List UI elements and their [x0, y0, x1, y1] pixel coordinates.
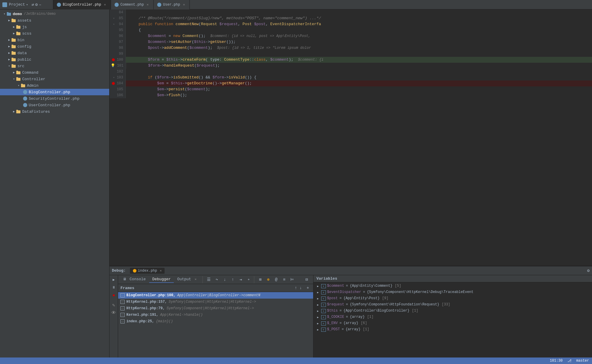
debug-icon-cursor[interactable]: ⌖	[245, 276, 252, 283]
folder-src-icon	[11, 64, 16, 68]
debug-play-btn[interactable]: ▶	[110, 276, 117, 283]
breakpoint-104[interactable]	[112, 82, 115, 85]
debug-icon-layout[interactable]: ⊟	[303, 276, 310, 283]
debug-tab-output-close[interactable]: ✕	[194, 278, 197, 281]
sidebar-item-js[interactable]: ▶ js	[0, 24, 109, 30]
debug-file-close-btn[interactable]: ✕	[160, 269, 162, 273]
var-item-post[interactable]: ▶ ≡ $post = {App\Entity\Post} [9]	[313, 295, 592, 302]
var-item-this[interactable]: ▶ ≡ $this = {App\Controller\BlogControll…	[313, 308, 592, 314]
tree-root[interactable]: ▾ demo /JetBrains/demo	[0, 11, 109, 17]
debug-tool1-btn[interactable]: ✎	[110, 302, 117, 308]
sidebar-label-scss: scss	[22, 31, 31, 36]
debug-icon-step-out[interactable]: ↑	[229, 276, 236, 283]
var-item-request[interactable]: ▶ ≡ $request = {Symfony\Component\HttpFo…	[313, 302, 592, 308]
sidebar-item-data[interactable]: ▶ data	[0, 50, 109, 56]
var-expand-comment[interactable]: ▶	[316, 284, 320, 288]
var-item-comment[interactable]: ▶ ≡ $comment = {App\Entity\Comment} [5]	[313, 283, 592, 289]
debug-icon-numbered[interactable]: ≡	[281, 276, 288, 283]
sidebar-item-scss[interactable]: ▶ scss	[0, 30, 109, 37]
sidebar-label-assets: assets	[17, 18, 31, 23]
editor-tabs: BlogController.php ✕ Comment.php ✕ User.…	[53, 0, 592, 9]
sidebar-item-config[interactable]: ▶ config	[0, 43, 109, 50]
tab-user[interactable]: User.php ✕	[154, 0, 190, 9]
var-expand-eventdispatcher[interactable]: ▶	[316, 290, 320, 294]
svg-rect-1	[7, 12, 9, 13]
sidebar-item-usercontroller[interactable]: UserController.php	[0, 102, 109, 108]
frame-item-3[interactable]: □ Kernel.php:191, App|Kernel->handle()	[118, 312, 313, 318]
project-header[interactable]: Project ▾ ⇄ ⚙ –	[0, 0, 53, 9]
main-area: ▾ demo /JetBrains/demo ▶ assets ▶	[0, 9, 592, 357]
sidebar-item-assets[interactable]: ▶ assets	[0, 17, 109, 24]
var-expand-this[interactable]: ▶	[316, 309, 320, 313]
var-expand-request[interactable]: ▶	[316, 303, 320, 307]
var-expand-env[interactable]: ▶	[316, 321, 320, 326]
sidebar-item-blogcontroller[interactable]: BlogController.php	[0, 89, 109, 95]
frame-down-btn[interactable]: ↓	[299, 286, 303, 290]
sidebar-label-public: public	[17, 57, 31, 62]
code-line-94: ▸ 94 public function commentNew(Request …	[110, 21, 592, 27]
debug-stop-btn[interactable]: ◼	[110, 292, 117, 298]
debug-tab-console-icon: 🖥	[123, 277, 126, 281]
var-expand-post-global[interactable]: ▶	[316, 328, 320, 332]
debug-icon-at[interactable]: @	[273, 276, 280, 283]
fold-icon-103[interactable]: ▸	[113, 75, 115, 80]
tab-comment[interactable]: Comment.php ✕	[111, 0, 154, 9]
debug-icon-step-over[interactable]: ↷	[213, 276, 220, 283]
layout-icon[interactable]: ⇄	[31, 1, 35, 8]
var-item-post-global[interactable]: ▶ ≡ $_POST = {array} [1]	[313, 326, 592, 333]
code-line-101: 💡 101 $form->handleRequest($request);	[110, 63, 592, 69]
sidebar-item-admin[interactable]: ▾ Admin	[0, 82, 109, 89]
frame-add-btn[interactable]: +	[305, 285, 311, 291]
frame-item-1[interactable]: □ HttpKernel.php:157, Symfony|Component|…	[118, 299, 313, 305]
sidebar-item-securitycontroller[interactable]: SecurityController.php	[0, 95, 109, 102]
debug-tool2-btn[interactable]: 👁	[110, 310, 117, 316]
sidebar-item-controller[interactable]: ▾ Controller	[0, 76, 109, 82]
frame-item-4[interactable]: □ index.php:25, {main}()	[118, 318, 313, 325]
fold-icon-85[interactable]: ▸	[113, 15, 115, 21]
debug-tab-debugger[interactable]: Debugger	[149, 276, 173, 283]
sidebar-item-datafixtures[interactable]: ▶ DataFixtures	[0, 108, 109, 115]
folder-bin-icon	[11, 38, 16, 42]
tab-label-blogcontroller: BlogController.php	[63, 3, 101, 7]
code-editor[interactable]: 84 ▸ 85 /** @Route("/comment/{postSlug}/…	[110, 9, 592, 266]
tab-close-blogcontroller[interactable]: ✕	[103, 3, 107, 7]
var-item-cookie[interactable]: ▶ ≡ $_COOKIE = {array} [1]	[313, 314, 592, 320]
debug-icon-list[interactable]: ☰	[205, 276, 212, 283]
var-expand-post[interactable]: ▶	[316, 297, 320, 301]
frame-item-2[interactable]: □ HttpKernel.php:79, Symfony|Component|H…	[118, 305, 313, 312]
debug-icon-watch[interactable]: ⊛	[265, 276, 272, 283]
debug-icon-step-into[interactable]: ↓	[221, 276, 228, 283]
tab-blogcontroller[interactable]: BlogController.php ✕	[53, 0, 111, 9]
project-dropdown-icon[interactable]: ▾	[26, 3, 28, 7]
debug-file-tab[interactable]: index.php ✕	[130, 268, 165, 274]
debug-icon-filter[interactable]: ⊨	[289, 276, 296, 283]
debug-tab-console[interactable]: 🖥 Console	[120, 276, 149, 283]
tab-close-comment[interactable]: ✕	[146, 3, 150, 7]
debug-icon-run-cursor[interactable]: ⇥	[237, 276, 244, 283]
frame-item-0[interactable]: □ BlogController.php:100, App|Controller…	[118, 292, 313, 299]
sidebar-item-bin[interactable]: ▶ bin	[0, 37, 109, 43]
settings-icon[interactable]: ⚙	[35, 1, 38, 8]
code-lines: 84 ▸ 85 /** @Route("/comment/{postSlug}/…	[110, 9, 592, 98]
warn-icon-101: 💡	[111, 63, 115, 69]
var-item-env[interactable]: ▶ ≡ $_ENV = {array} [6]	[313, 320, 592, 326]
sidebar-item-public[interactable]: ▶ public	[0, 56, 109, 63]
var-item-eventdispatcher[interactable]: ▶ ≡ $eventDispatcher = {Symfony\Componen…	[313, 289, 592, 295]
fold-icon-94[interactable]: ▸	[113, 21, 115, 27]
sidebar-item-src[interactable]: ▾ src	[0, 63, 109, 69]
variables-panel: Variables ▶ ≡ $comment = {App\Entity\Com…	[313, 275, 592, 357]
var-expand-cookie[interactable]: ▶	[316, 315, 320, 319]
debug-gear-icon[interactable]: ⚙	[587, 268, 590, 273]
debug-tab-output[interactable]: Output ✕	[174, 276, 200, 283]
sidebar-label-usercontroller: UserController.php	[29, 103, 70, 107]
tab-close-user[interactable]: ✕	[182, 3, 186, 7]
minimize-icon[interactable]: –	[38, 2, 42, 8]
debug-icon-table[interactable]: ⊞	[257, 276, 264, 283]
file-tree: ▾ demo /JetBrains/demo ▶ assets ▶	[0, 9, 109, 357]
code-line-98: 98 $post->addComment($comment); $post: {…	[110, 45, 592, 51]
debug-pause-btn[interactable]: ⏸	[110, 284, 117, 291]
frame-up-btn[interactable]: ↑	[294, 286, 297, 290]
breakpoint-100[interactable]	[112, 58, 115, 61]
svg-rect-25	[16, 110, 18, 111]
sidebar-item-command[interactable]: ▶ Command	[0, 69, 109, 76]
